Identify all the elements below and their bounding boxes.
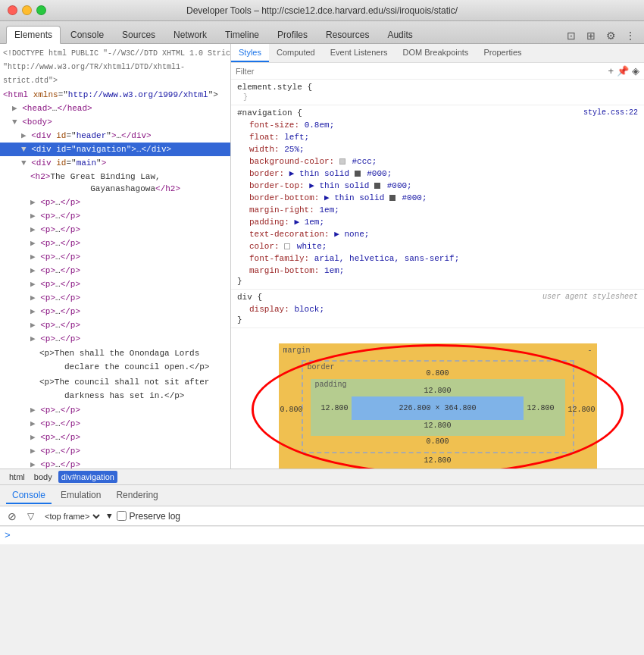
padding-bottom-value: 12.800 bbox=[321, 422, 555, 430]
dom-line[interactable]: ▶ <p>…</p> bbox=[0, 417, 230, 431]
style-prop: display: block; bbox=[237, 303, 638, 315]
tab-profiles[interactable]: Profiles bbox=[269, 26, 316, 43]
dom-line[interactable]: ▶ <p>…</p> bbox=[0, 444, 230, 458]
right-border-value: 12.800 bbox=[527, 404, 554, 412]
tab-resources[interactable]: Resources bbox=[317, 26, 377, 43]
left-margin-value: 0.800 bbox=[280, 406, 303, 414]
preserve-log-label[interactable]: Preserve log bbox=[117, 511, 180, 522]
breadcrumb-div-navigation[interactable]: div#navigation bbox=[58, 471, 117, 483]
clear-console-icon[interactable]: ⊘ bbox=[5, 509, 20, 524]
console-toolbar: ⊘ ▽ <top frame> ▼ Preserve log bbox=[0, 506, 644, 526]
filter-icon[interactable]: ▽ bbox=[24, 509, 37, 523]
tab-console[interactable]: Console bbox=[62, 26, 112, 43]
dom-line[interactable]: ▶ <p>…</p> bbox=[0, 277, 230, 291]
preserve-log-text: Preserve log bbox=[130, 511, 180, 522]
tab-properties[interactable]: Properties bbox=[476, 44, 529, 62]
breadcrumb-body[interactable]: body bbox=[31, 471, 55, 483]
preserve-log-checkbox[interactable] bbox=[117, 511, 127, 521]
close-button[interactable] bbox=[8, 5, 17, 15]
settings-icon[interactable]: ⚙ bbox=[603, 28, 618, 43]
tab-computed[interactable]: Computed bbox=[269, 44, 323, 62]
dom-line[interactable]: ▶ <p>…</p> bbox=[0, 223, 230, 237]
style-prop: padding: ▶ 1em; bbox=[237, 216, 638, 228]
dom-line[interactable]: ▶ <p>…</p> bbox=[0, 332, 230, 346]
dom-line[interactable]: <html xmlns="http://www.w3.org/1999/xhtm… bbox=[0, 88, 230, 102]
tab-rendering[interactable]: Rendering bbox=[110, 487, 164, 504]
tab-styles[interactable]: Styles bbox=[231, 44, 269, 62]
box-model-diagram: margin - border 0.800 padding 12.800 bbox=[231, 328, 644, 469]
style-prop: font-size: 0.8em; bbox=[237, 119, 638, 131]
tab-dom-breakpoints[interactable]: DOM Breakpoints bbox=[395, 44, 477, 62]
main-layout: <!DOCTYPE html PUBLIC "-//W3C//DTD XHTML… bbox=[0, 44, 644, 469]
style-selector: #navigation { style.css:22 bbox=[237, 108, 638, 118]
content-row: 12.800 226.800 × 364.800 12.800 bbox=[321, 396, 555, 420]
dom-line[interactable]: ▶ <head>…</head> bbox=[0, 102, 230, 115]
style-prop: color: white; bbox=[237, 240, 638, 252]
dom-line[interactable]: ▶ <p>…</p> bbox=[0, 237, 230, 250]
content-box: 226.800 × 364.800 bbox=[352, 396, 524, 420]
more-icon[interactable]: ⋮ bbox=[623, 28, 638, 43]
window-title: Developer Tools – http://cscie12.dce.har… bbox=[186, 5, 458, 16]
add-style-icon[interactable]: + bbox=[608, 65, 614, 77]
margin-dash: - bbox=[587, 346, 592, 355]
dom-line[interactable]: ▼ <body> bbox=[0, 115, 230, 129]
dom-panel: <!DOCTYPE html PUBLIC "-//W3C//DTD XHTML… bbox=[0, 44, 231, 469]
style-selector: element.style { bbox=[237, 83, 638, 92]
dom-line[interactable]: ▶ <p>…</p> bbox=[0, 318, 230, 332]
style-rule-div: div { user agent stylesheet display: blo… bbox=[231, 290, 644, 328]
tab-sources[interactable]: Sources bbox=[114, 26, 164, 43]
color-format-icon[interactable]: ◈ bbox=[632, 65, 639, 77]
style-prop: border: ▶ thin solid #000; bbox=[237, 168, 638, 180]
dom-line[interactable]: ▶ <p>…</p> bbox=[0, 250, 230, 264]
frame-select[interactable]: <top frame> bbox=[42, 511, 102, 522]
dom-line[interactable]: <h2>The Great Binding Law, Gayanashagowa… bbox=[0, 170, 230, 196]
dom-line[interactable]: ▼ <div id="main"> bbox=[0, 156, 230, 170]
box-border-outer: border 0.800 padding 12.800 12.800 bbox=[302, 360, 574, 453]
tab-timeline[interactable]: Timeline bbox=[217, 26, 267, 43]
right-margin-value: 12.800 bbox=[567, 406, 595, 414]
maximize-button[interactable] bbox=[36, 5, 46, 15]
breadcrumb-bar: html body div#navigation bbox=[0, 469, 644, 485]
dom-line[interactable]: ▶ <p>…</p> bbox=[0, 403, 230, 417]
console-input-row: > bbox=[0, 526, 644, 544]
style-prop: background-color: #ccc; bbox=[237, 155, 638, 168]
console-prompt-icon: > bbox=[5, 530, 11, 541]
style-rule-navigation: #navigation { style.css:22 font-size: 0.… bbox=[231, 105, 644, 290]
dom-line: strict.dtd"> bbox=[0, 74, 230, 88]
dom-line[interactable]: ▶ <p>…</p> bbox=[0, 291, 230, 305]
dom-line[interactable]: ▶ <p>…</p> bbox=[0, 209, 230, 223]
dom-line[interactable]: ▶ <p>…</p> bbox=[0, 431, 230, 444]
style-prop: margin-bottom: 1em; bbox=[237, 265, 638, 277]
style-prop: text-decoration: ▶ none; bbox=[237, 228, 638, 240]
border-top-value: 0.800 bbox=[311, 369, 565, 378]
box-padding: padding 12.800 12.800 226.800 × 364.800 bbox=[311, 379, 565, 436]
dom-line[interactable]: ▶ <div id="header">…</div> bbox=[0, 129, 230, 143]
dom-line[interactable]: ▶ <p>…</p> bbox=[0, 305, 230, 318]
dom-line: <p>The council shall not sit after darkn… bbox=[0, 375, 230, 403]
dom-line[interactable]: ▶ <p>…</p> bbox=[0, 264, 230, 277]
styles-filter-bar: + 📌 ◈ bbox=[231, 63, 644, 80]
minimize-button[interactable] bbox=[22, 5, 32, 15]
dock-icon[interactable]: ⊡ bbox=[564, 28, 579, 43]
tab-emulation[interactable]: Emulation bbox=[55, 487, 107, 504]
border-label: border bbox=[308, 363, 335, 371]
tab-audits[interactable]: Audits bbox=[379, 26, 420, 43]
close-bracket: } bbox=[237, 315, 638, 324]
breadcrumb-html[interactable]: html bbox=[6, 471, 28, 483]
detach-icon[interactable]: ⊞ bbox=[583, 28, 599, 43]
style-prop: float: left; bbox=[237, 131, 638, 143]
style-prop: width: 25%; bbox=[237, 143, 638, 155]
style-source[interactable]: style.css:22 bbox=[583, 108, 638, 117]
tab-event-listeners[interactable]: Event Listeners bbox=[323, 44, 395, 62]
console-input[interactable] bbox=[14, 531, 639, 541]
styles-filter-input[interactable] bbox=[236, 67, 340, 76]
tab-elements[interactable]: Elements bbox=[6, 26, 61, 44]
dom-line[interactable]: ▶ <p>…</p> bbox=[0, 458, 230, 469]
dom-line: <!DOCTYPE html PUBLIC "-//W3C//DTD XHTML… bbox=[0, 47, 230, 61]
tab-console-bottom[interactable]: Console bbox=[6, 487, 52, 504]
dom-line[interactable]: ▶ <p>…</p> bbox=[0, 196, 230, 209]
tab-network[interactable]: Network bbox=[165, 26, 215, 43]
border-bottom-value: 0.800 bbox=[311, 437, 565, 446]
dom-line-selected[interactable]: ▼ <div id="navigation">…</div> bbox=[0, 143, 230, 156]
pin-icon[interactable]: 📌 bbox=[617, 65, 629, 77]
